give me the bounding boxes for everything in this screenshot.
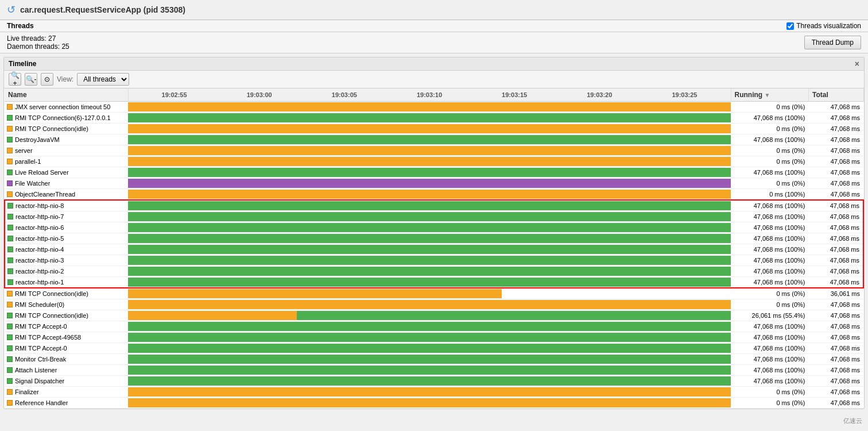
thread-name: RMI TCP Connection(idle) xyxy=(15,312,88,319)
daemon-threads-info: Daemon threads: 25 xyxy=(7,43,69,51)
thread-running-cell: 47,068 ms (100%) xyxy=(731,321,809,332)
time-label-7: 19:03:25 xyxy=(642,90,727,99)
thread-color-box xyxy=(7,159,13,164)
thread-timeline-cell xyxy=(128,189,731,201)
table-row[interactable]: parallel-1 0 ms (0%)47,068 ms xyxy=(5,156,863,167)
table-row[interactable]: JMX server connection timeout 50 0 ms (0… xyxy=(5,102,863,113)
thread-timeline-cell xyxy=(128,244,731,255)
thread-color-box xyxy=(7,367,13,373)
table-row[interactable]: DestroyJavaVM 47,068 ms (100%)47,068 ms xyxy=(5,134,863,145)
thread-timeline-cell xyxy=(128,365,731,376)
toolbar: 🔍+ 🔍- ⊙ View: All threads xyxy=(4,71,864,88)
thread-name-cell: reactor-http-nio-3 xyxy=(5,255,128,266)
threads-label: Threads xyxy=(7,22,34,30)
table-row[interactable]: RMI TCP Connection(idle) 26,061 ms (55.4… xyxy=(5,310,863,321)
table-row[interactable]: Attach Listener 47,068 ms (100%)47,068 m… xyxy=(5,365,863,376)
table-row[interactable]: Monitor Ctrl-Break 47,068 ms (100%)47,06… xyxy=(5,354,863,365)
table-row[interactable]: ObjectCleanerThread 0 ms (100%)47,068 ms xyxy=(5,189,863,201)
close-icon[interactable]: × xyxy=(855,59,859,68)
thread-color-box xyxy=(7,291,13,297)
table-row[interactable]: RMI TCP Accept-49658 47,068 ms (100%)47,… xyxy=(5,332,863,343)
thread-total-cell: 47,068 ms xyxy=(809,102,863,113)
thread-timeline-cell xyxy=(128,145,731,156)
table-row[interactable]: RMI TCP Connection(idle) 0 ms (0%)47,068… xyxy=(5,124,863,134)
thread-running-cell: 0 ms (0%) xyxy=(731,288,809,299)
thread-name-cell: RMI TCP Connection(idle) xyxy=(5,124,128,134)
thread-running-cell: 47,068 ms (100%) xyxy=(731,266,809,277)
thread-total-cell: 47,068 ms xyxy=(809,178,863,189)
thread-running-cell: 0 ms (0%) xyxy=(731,145,809,156)
thread-timeline-cell xyxy=(128,200,731,211)
refresh-icon[interactable]: ↺ xyxy=(7,3,16,16)
thread-total-cell: 47,068 ms xyxy=(809,211,863,222)
thread-running-cell: 47,068 ms (100%) xyxy=(731,211,809,222)
thread-color-box xyxy=(7,191,13,197)
table-row[interactable]: reactor-http-nio-4 47,068 ms (100%)47,06… xyxy=(5,244,863,255)
zoom-out-button[interactable]: 🔍- xyxy=(25,73,37,86)
zoom-in-button[interactable]: 🔍+ xyxy=(9,73,21,86)
table-row[interactable]: reactor-http-nio-7 47,068 ms (100%)47,06… xyxy=(5,211,863,222)
view-label: View: xyxy=(57,75,73,83)
reset-icon: ⊙ xyxy=(44,75,50,83)
timeline-panel: Timeline × 🔍+ 🔍- ⊙ View: All threads Nam… xyxy=(3,57,865,409)
thread-timeline-cell xyxy=(128,354,731,365)
threads-viz-label: Threads visualization xyxy=(796,22,861,30)
sort-icon[interactable]: ▼ xyxy=(765,92,770,98)
thread-running-cell: 47,068 ms (100%) xyxy=(731,244,809,255)
thread-timeline-cell xyxy=(128,211,731,222)
threads-viz-checkbox-container: Threads visualization xyxy=(786,22,861,30)
table-row[interactable]: RMI TCP Connection(6)-127.0.0.1 47,068 m… xyxy=(5,113,863,124)
table-row[interactable]: RMI Scheduler(0) 0 ms (0%)47,068 ms xyxy=(5,299,863,310)
table-row[interactable]: Signal Dispatcher 47,068 ms (100%)47,068… xyxy=(5,376,863,387)
view-select[interactable]: All threads xyxy=(77,73,129,86)
thread-name-cell: DestroyJavaVM xyxy=(5,134,128,145)
thread-timeline-cell xyxy=(128,178,731,189)
thread-name: RMI TCP Accept-0 xyxy=(15,345,67,352)
time-label-1: 19:02:55 xyxy=(132,90,217,99)
table-row[interactable]: server 0 ms (0%)47,068 ms xyxy=(5,145,863,156)
table-header-row: Name 19:02:55 19:03:00 19:03:05 19:03:10… xyxy=(5,88,863,102)
thread-timeline-cell xyxy=(128,222,731,233)
thread-running-cell: 47,068 ms (100%) xyxy=(731,343,809,354)
table-row[interactable]: reactor-http-nio-1 47,068 ms (100%)47,06… xyxy=(5,277,863,288)
thread-timeline-cell xyxy=(128,343,731,354)
thread-color-box xyxy=(7,257,13,263)
thread-name-cell: Signal Dispatcher xyxy=(5,376,128,387)
thread-total-cell: 47,068 ms xyxy=(809,134,863,145)
time-label-6: 19:03:20 xyxy=(557,90,642,99)
table-row[interactable]: reactor-http-nio-8 47,068 ms (100%)47,06… xyxy=(5,200,863,211)
table-row[interactable]: reactor-http-nio-3 47,068 ms (100%)47,06… xyxy=(5,255,863,266)
threads-viz-checkbox[interactable] xyxy=(786,22,794,30)
table-row[interactable]: File Watcher 0 ms (0%)47,068 ms xyxy=(5,178,863,189)
title-bar: ↺ car.request.RequestServiceApp (pid 353… xyxy=(0,0,868,20)
table-row[interactable]: reactor-http-nio-5 47,068 ms (100%)47,06… xyxy=(5,233,863,244)
time-label-5: 19:03:15 xyxy=(472,90,557,99)
table-row[interactable]: Live Reload Server 47,068 ms (100%)47,06… xyxy=(5,167,863,178)
thread-name-cell: RMI TCP Accept-0 xyxy=(5,343,128,354)
thread-name-cell: server xyxy=(5,145,128,156)
reset-zoom-button[interactable]: ⊙ xyxy=(41,73,53,86)
table-row[interactable]: RMI TCP Accept-0 47,068 ms (100%)47,068 … xyxy=(5,321,863,332)
thread-total-cell: 47,068 ms xyxy=(809,156,863,167)
zoom-out-icon: 🔍- xyxy=(26,75,37,83)
table-row[interactable]: Finalizer 0 ms (0%)47,068 ms xyxy=(5,387,863,398)
thread-name-cell: Monitor Ctrl-Break xyxy=(5,354,128,365)
thread-timeline-cell xyxy=(128,266,731,277)
thread-name-cell: RMI TCP Accept-0 xyxy=(5,321,128,332)
thread-name-cell: JMX server connection timeout 50 xyxy=(5,102,128,113)
thread-dump-button[interactable]: Thread Dump xyxy=(804,36,861,49)
thread-color-box xyxy=(7,247,13,252)
thread-name: Live Reload Server xyxy=(15,169,69,176)
thread-color-box xyxy=(7,324,13,329)
live-threads-info: Live threads: 27 xyxy=(7,34,69,43)
table-row[interactable]: reactor-http-nio-6 47,068 ms (100%)47,06… xyxy=(5,222,863,233)
thread-name-cell: RMI TCP Connection(idle) xyxy=(5,288,128,299)
thread-total-cell: 47,068 ms xyxy=(809,113,863,124)
table-row[interactable]: RMI TCP Connection(idle) 0 ms (0%)36,061… xyxy=(5,288,863,299)
table-row[interactable]: Reference Handler 0 ms (0%)47,068 ms xyxy=(5,398,863,409)
thread-timeline-cell xyxy=(128,134,731,145)
thread-name-cell: RMI TCP Accept-49658 xyxy=(5,332,128,343)
table-row[interactable]: reactor-http-nio-2 47,068 ms (100%)47,06… xyxy=(5,266,863,277)
thread-color-box xyxy=(7,225,13,230)
table-row[interactable]: RMI TCP Accept-0 47,068 ms (100%)47,068 … xyxy=(5,343,863,354)
